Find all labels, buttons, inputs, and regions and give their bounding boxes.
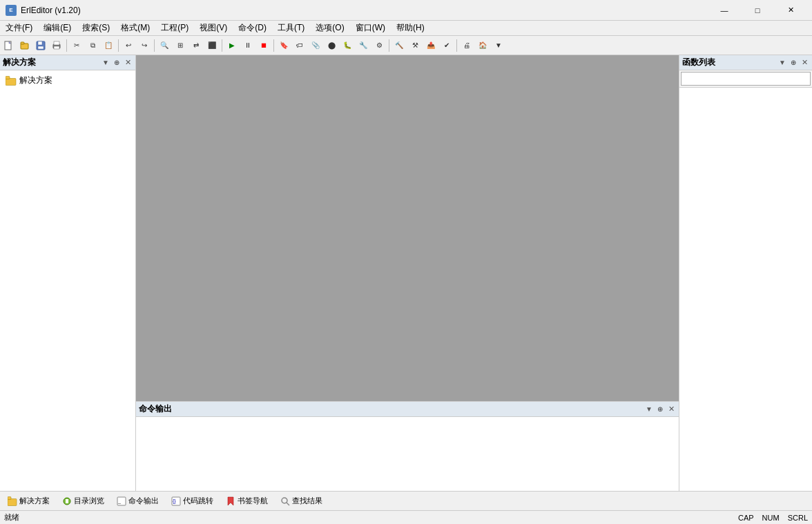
tb-debug2[interactable]: 🔧 — [356, 38, 371, 53]
tb-pause[interactable]: ⏸ — [240, 38, 255, 53]
taskbar-code-icon: {} — [171, 496, 181, 506]
menu-tools[interactable]: 工具(T) — [272, 21, 310, 35]
tb-find2[interactable]: ⊞ — [173, 38, 188, 53]
taskbar-command-label: 命令输出 — [128, 496, 159, 506]
tb-new[interactable] — [1, 38, 17, 53]
taskbar-bookmark-label: 书签导航 — [238, 496, 268, 506]
tb-bookmark3[interactable]: 📎 — [308, 38, 323, 53]
bottom-taskbar: 解决方案 目录浏览 _ 命令输出 {} 代码跳转 书签导航 查找结果 — [0, 491, 812, 510]
function-search-input[interactable] — [681, 72, 811, 86]
menu-bar: 文件(F) 编辑(E) 搜索(S) 格式(M) 工程(P) 视图(V) 命令(D… — [0, 21, 812, 36]
menu-options[interactable]: 选项(O) — [310, 21, 349, 35]
tb-check[interactable]: ✔ — [439, 38, 454, 53]
maximize-button[interactable]: □ — [742, 0, 773, 21]
command-dock-button[interactable]: ⊕ — [655, 405, 665, 414]
svg-rect-11 — [6, 76, 10, 79]
tb-home[interactable]: 🏠 — [475, 38, 490, 53]
tb-replace[interactable]: ⇄ — [188, 38, 204, 53]
taskbar-bookmark-icon — [226, 496, 235, 506]
tb-save[interactable] — [33, 38, 48, 53]
function-list-controls: ▼ ⊕ ✕ — [777, 58, 809, 68]
menu-format[interactable]: 格式(M) — [115, 21, 155, 35]
main-container: 解决方案 ▼ ⊕ ✕ 解决方案 — [0, 55, 812, 491]
tb-open[interactable] — [17, 38, 32, 53]
status-scrl: SCRL — [788, 514, 808, 522]
taskbar-find-icon — [280, 496, 290, 506]
menu-project[interactable]: 工程(P) — [155, 21, 194, 35]
tb-find[interactable]: 🔍 — [157, 38, 172, 53]
tb-sep-4 — [222, 39, 222, 52]
taskbar-directory[interactable]: 目录浏览 — [57, 494, 109, 509]
menu-window[interactable]: 窗口(W) — [350, 21, 391, 35]
tb-redo[interactable]: ↪ — [137, 38, 152, 53]
svg-rect-9 — [54, 46, 59, 49]
tb-cut[interactable]: ✂ — [69, 38, 84, 53]
tb-undo[interactable]: ↩ — [121, 38, 136, 53]
taskbar-solution-icon — [8, 496, 17, 506]
command-output-content[interactable] — [136, 417, 679, 491]
tb-sep-7 — [456, 39, 457, 52]
tree-item-solution[interactable]: 解决方案 — [3, 73, 133, 88]
function-list-title: 函数列表 — [682, 57, 715, 68]
menu-help[interactable]: 帮助(H) — [391, 21, 430, 35]
tb-print2[interactable]: 🖨 — [459, 38, 474, 53]
tb-debug3[interactable]: ⚙ — [371, 38, 387, 53]
menu-view[interactable]: 视图(V) — [194, 21, 233, 35]
tb-findall[interactable]: ⬛ — [204, 38, 220, 53]
tb-bookmark2[interactable]: 🏷 — [292, 38, 307, 53]
taskbar-solution-label: 解决方案 — [19, 496, 50, 506]
svg-text:_: _ — [117, 498, 121, 504]
tb-breakpoint[interactable]: ⬤ — [324, 38, 339, 53]
solution-pin-button[interactable]: ▼ — [101, 58, 110, 68]
taskbar-code-jump[interactable]: {} 代码跳转 — [166, 494, 218, 509]
tb-paste[interactable]: 📋 — [101, 38, 116, 53]
command-close-button[interactable]: ✕ — [666, 405, 676, 414]
menu-search[interactable]: 搜索(S) — [77, 21, 115, 35]
menu-file[interactable]: 文件(F) — [0, 21, 38, 35]
taskbar-code-label: 代码跳转 — [183, 496, 213, 506]
status-cap: CAP — [738, 514, 754, 522]
function-dock-button[interactable]: ⊕ — [789, 58, 798, 68]
tb-sep-6 — [389, 39, 389, 52]
svg-rect-13 — [8, 496, 11, 499]
solution-panel: 解决方案 ▼ ⊕ ✕ 解决方案 — [0, 55, 135, 491]
tb-deploy[interactable]: 📤 — [423, 38, 438, 53]
taskbar-solution[interactable]: 解决方案 — [3, 494, 55, 509]
tb-compile[interactable]: 🔨 — [392, 38, 407, 53]
function-close-button[interactable]: ✕ — [800, 58, 809, 68]
svg-rect-3 — [21, 42, 24, 44]
tb-bookmark[interactable]: 🔖 — [276, 38, 291, 53]
function-pin-button[interactable]: ▼ — [777, 58, 787, 68]
command-pin-button[interactable]: ▼ — [644, 405, 654, 414]
svg-rect-8 — [54, 41, 59, 45]
svg-rect-12 — [8, 498, 17, 505]
close-button[interactable]: ✕ — [775, 0, 806, 21]
status-num: NUM — [762, 514, 780, 522]
tb-sep-1 — [66, 39, 67, 52]
solution-folder-icon — [6, 75, 17, 86]
command-output-controls: ▼ ⊕ ✕ — [644, 405, 676, 414]
solution-close-button[interactable]: ✕ — [123, 58, 133, 68]
tb-dropdown[interactable]: ▼ — [491, 38, 506, 53]
tb-copy[interactable]: ⧉ — [85, 38, 100, 53]
tb-run[interactable]: ▶ — [224, 38, 240, 53]
taskbar-bookmark-nav[interactable]: 书签导航 — [221, 494, 273, 509]
menu-command[interactable]: 命令(D) — [233, 21, 272, 35]
menu-edit[interactable]: 编辑(E) — [38, 21, 77, 35]
tb-print[interactable] — [49, 38, 64, 53]
app-icon: E — [6, 5, 17, 16]
taskbar-command-output[interactable]: _ 命令输出 — [112, 494, 164, 509]
minimize-button[interactable]: — — [708, 0, 740, 21]
solution-dock-button[interactable]: ⊕ — [112, 58, 122, 68]
title-bar: E ErlEditor (v1.20) — □ ✕ — [0, 0, 812, 21]
editor-area[interactable] — [136, 55, 679, 401]
svg-rect-10 — [6, 78, 16, 85]
tb-debug[interactable]: 🐛 — [340, 38, 355, 53]
taskbar-directory-icon — [62, 496, 72, 506]
left-sidebar: 解决方案 ▼ ⊕ ✕ 解决方案 — [0, 55, 136, 491]
solution-panel-controls: ▼ ⊕ ✕ — [101, 58, 133, 68]
tb-stop[interactable]: ⏹ — [256, 38, 271, 53]
taskbar-find-results[interactable]: 查找结果 — [276, 494, 327, 509]
tb-compile2[interactable]: ⚒ — [407, 38, 423, 53]
right-sidebar: 函数列表 ▼ ⊕ ✕ — [679, 55, 812, 491]
